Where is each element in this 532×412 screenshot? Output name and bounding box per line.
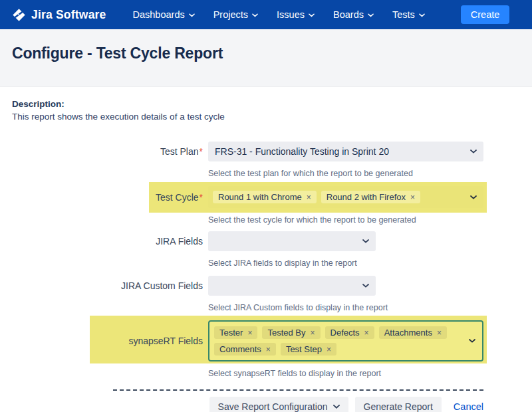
chip-label: Comments [219,344,261,354]
nav-menu: Dashboards Projects Issues Boards Tests … [133,5,510,24]
page-header: Configure - Test Cycle Report [0,29,532,87]
form-row-jira-custom-fields: JIRA Custom Fields [12,276,520,296]
chevron-down-icon [252,13,258,17]
remove-chip-icon[interactable]: × [364,329,369,337]
form-row-jira-fields: JIRA Fields [12,231,520,251]
nav-item-label: Projects [213,9,248,20]
generate-report-button[interactable]: Generate Report [355,397,442,412]
save-report-configuration-button[interactable]: Save Report Configuration [209,397,348,412]
nav-item-issues[interactable]: Issues [277,9,315,20]
chevron-down-icon [470,195,477,199]
chip-tester: Tester× [214,326,257,339]
test-plan-selected-value: FRS-31 - Functionality Testing in Sprint… [215,146,389,157]
synapsert-fields-hint: Select synapseRT fields to display in th… [208,369,381,378]
required-marker: * [200,192,203,203]
test-cycle-label: Test Cycle* [12,192,203,203]
chevron-down-icon [419,13,425,17]
form-row-test-cycle: Test Cycle* Round 1 with Chrome× Round 2… [12,186,520,208]
remove-chip-icon[interactable]: × [307,193,311,201]
chevron-down-icon [470,150,477,154]
brand-name: Jira Software [31,8,106,22]
label-text: Test Plan [160,146,199,157]
chip-attachments: Attachments× [379,326,447,339]
chevron-down-icon [368,13,374,17]
button-label: Save Report Configuration [218,401,328,412]
chip-round-2-with-firefox: Round 2 with Firefox× [321,191,420,203]
label-text: synapseRT Fields [128,336,203,346]
cancel-link[interactable]: Cancel [454,401,483,412]
chip-label: Tested By [267,328,305,338]
test-plan-hint: Select the test plan for which the repor… [208,169,413,178]
chip-tested-by: Tested By× [262,326,320,339]
remove-chip-icon[interactable]: × [437,329,442,337]
nav-item-label: Tests [392,9,415,20]
jira-custom-fields-label: JIRA Custom Fields [12,280,203,291]
remove-chip-icon[interactable]: × [247,329,252,337]
form-row-test-plan: Test Plan* FRS-31 - Functionality Testin… [12,142,520,161]
chip-label: Round 1 with Chrome [218,192,302,202]
description-heading: Description: [12,99,520,109]
nav-item-label: Dashboards [133,9,185,20]
chevron-down-icon [469,339,475,343]
description-text: This report shows the execution details … [12,112,520,122]
nav-item-label: Boards [333,9,364,20]
test-plan-select[interactable]: FRS-31 - Functionality Testing in Sprint… [208,142,483,161]
synapsert-fields-label: synapseRT Fields [12,336,203,346]
label-text: Test Cycle [156,192,199,203]
jira-fields-hint: Select JIRA fields to display in the rep… [208,258,357,268]
chip-comments: Comments× [214,343,276,356]
synapsert-fields-multiselect[interactable]: Tester× Tested By× Defects× Attachments×… [208,320,483,361]
page-title: Configure - Test Cycle Report [12,45,520,62]
jira-custom-fields-select[interactable] [208,276,376,296]
remove-chip-icon[interactable]: × [311,329,315,337]
chip-label: Attachments [384,328,432,338]
jira-logo-icon [12,8,26,22]
jira-fields-label: JIRA Fields [12,236,203,247]
chevron-down-icon [333,405,340,409]
required-marker: * [200,146,203,157]
nav-item-dashboards[interactable]: Dashboards [133,9,195,20]
nav-item-tests[interactable]: Tests [392,9,425,20]
label-text: JIRA Fields [156,236,203,247]
chip-label: Test Step [286,344,322,354]
test-cycle-hint: Select the test cycle for which the repo… [208,215,416,225]
chip-defects: Defects× [325,326,374,339]
chip-test-step: Test Step× [281,343,336,356]
create-button[interactable]: Create [461,5,510,24]
jira-fields-select[interactable] [208,231,376,251]
chip-label: Defects [331,328,360,338]
test-cycle-multiselect[interactable]: Round 1 with Chrome× Round 2 with Firefo… [208,186,483,208]
chip-label: Tester [219,328,243,338]
top-navbar: Jira Software Dashboards Projects Issues… [0,0,532,29]
jira-custom-fields-hint: Select JIRA Custom fields to display in … [208,303,388,312]
chevron-down-icon [189,13,195,17]
chevron-down-icon [362,239,369,243]
test-plan-label: Test Plan* [12,146,203,157]
label-text: JIRA Custom Fields [121,280,203,291]
form-row-synapsert-fields: synapseRT Fields Tester× Tested By× Defe… [12,320,520,361]
report-config-form: Test Plan* FRS-31 - Functionality Testin… [12,142,520,412]
description-block: Description: This report shows the execu… [12,99,520,122]
remove-chip-icon[interactable]: × [410,193,415,201]
remove-chip-icon[interactable]: × [327,346,331,354]
chevron-down-icon [309,13,315,17]
button-label: Generate Report [364,401,433,412]
main-content: Description: This report shows the execu… [0,87,532,412]
chip-label: Round 2 with Firefox [327,192,406,202]
chevron-down-icon [362,284,369,288]
nav-item-label: Issues [277,9,305,20]
nav-item-boards[interactable]: Boards [333,9,374,20]
nav-item-projects[interactable]: Projects [213,9,258,20]
remove-chip-icon[interactable]: × [266,346,271,354]
form-actions: Save Report Configuration Generate Repor… [113,389,483,412]
chip-round-1-with-chrome: Round 1 with Chrome× [213,191,317,203]
jira-brand[interactable]: Jira Software [12,8,106,22]
